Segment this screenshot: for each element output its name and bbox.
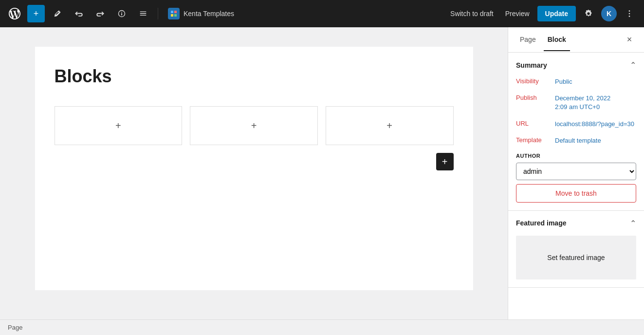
bottom-bar: Page <box>0 319 644 335</box>
block-plus-icon-3: + <box>386 120 392 131</box>
kenta-icon <box>168 8 180 19</box>
redo-icon <box>96 9 105 18</box>
more-options-button[interactable] <box>621 5 638 22</box>
bottom-bar-label: Page <box>8 324 22 331</box>
visibility-value[interactable]: Public <box>555 77 572 86</box>
svg-point-6 <box>629 13 630 15</box>
template-row: Template Default template <box>516 136 636 145</box>
summary-title: Summary <box>516 61 630 69</box>
featured-image-section-header[interactable]: Featured image ⌃ <box>508 211 644 236</box>
canvas-area: Blocks + + + + <box>0 27 508 319</box>
set-featured-image-label: Set featured image <box>547 254 605 261</box>
publish-value[interactable]: December 10, 2022 2:09 am UTC+0 <box>555 94 610 112</box>
wp-logo-icon <box>9 8 20 19</box>
topbar-divider <box>158 8 158 19</box>
tab-page[interactable]: Page <box>516 29 540 51</box>
undo-button[interactable] <box>70 5 88 22</box>
featured-image-title: Featured image <box>516 219 630 227</box>
svg-rect-2 <box>174 11 177 13</box>
svg-point-7 <box>629 16 630 17</box>
featured-image-chevron-icon: ⌃ <box>630 219 636 228</box>
featured-image-section: Featured image ⌃ Set featured image <box>508 211 644 288</box>
template-value[interactable]: Default template <box>555 136 601 145</box>
wp-logo[interactable] <box>6 5 23 22</box>
list-view-icon <box>139 9 147 18</box>
list-view-button[interactable] <box>134 5 152 22</box>
summary-chevron-icon: ⌃ <box>630 60 636 70</box>
edit-button[interactable] <box>49 5 66 22</box>
page-title: Blocks <box>55 66 454 87</box>
author-select[interactable]: admin <box>516 163 636 180</box>
summary-section-header[interactable]: Summary ⌃ <box>508 53 644 77</box>
user-avatar[interactable]: K <box>601 6 617 21</box>
summary-section: Summary ⌃ Visibility Public Publish Dece… <box>508 53 644 211</box>
summary-rows: Visibility Public Publish December 10, 2… <box>508 77 644 153</box>
add-block-topbar-button[interactable]: + <box>27 5 45 22</box>
sidebar: Page Block × Summary ⌃ Visibility Public… <box>508 27 644 319</box>
topbar-right-actions: Switch to draft Preview Update K <box>446 5 638 22</box>
main-layout: Blocks + + + + Page Block × <box>0 27 644 319</box>
settings-button[interactable] <box>580 5 597 22</box>
plugin-button[interactable]: Kenta Templates <box>164 5 238 22</box>
topbar: + Kenta Templates Switch to draft Previe… <box>0 0 644 27</box>
svg-rect-1 <box>171 11 173 13</box>
sidebar-body: Summary ⌃ Visibility Public Publish Dece… <box>508 53 644 319</box>
undo-icon <box>74 9 83 18</box>
svg-point-5 <box>629 10 630 12</box>
info-button[interactable] <box>113 5 130 22</box>
sidebar-close-button[interactable]: × <box>623 33 636 47</box>
url-row: URL localhost:8888/?page_id=30 <box>516 120 636 129</box>
block-placeholder-3[interactable]: + <box>326 106 454 145</box>
publish-row: Publish December 10, 2022 2:09 am UTC+0 <box>516 94 636 112</box>
redo-button[interactable] <box>92 5 109 22</box>
preview-button[interactable]: Preview <box>501 7 534 20</box>
block-plus-icon-2: + <box>251 120 257 131</box>
switch-to-draft-button[interactable]: Switch to draft <box>446 7 497 20</box>
visibility-row: Visibility Public <box>516 77 636 86</box>
plugin-name-label: Kenta Templates <box>184 10 234 18</box>
set-featured-image-button[interactable]: Set featured image <box>516 236 636 279</box>
tab-block[interactable]: Block <box>544 29 570 51</box>
publish-label: Publish <box>516 94 551 101</box>
featured-image-body: Set featured image <box>508 236 644 287</box>
svg-rect-0 <box>168 8 180 19</box>
url-label: URL <box>516 120 551 127</box>
update-button[interactable]: Update <box>537 6 576 21</box>
author-label: AUTHOR <box>516 153 636 159</box>
add-block-canvas-button[interactable]: + <box>436 153 454 170</box>
more-options-icon <box>625 9 634 18</box>
move-to-trash-button[interactable]: Move to trash <box>516 184 636 203</box>
gear-icon <box>584 9 593 18</box>
svg-rect-4 <box>174 14 177 17</box>
block-placeholder-2[interactable]: + <box>190 106 318 145</box>
sidebar-header: Page Block × <box>508 27 644 53</box>
author-section: AUTHOR admin Move to trash <box>508 153 644 210</box>
canvas-content: Blocks + + + + <box>35 47 473 290</box>
edit-icon <box>53 9 62 18</box>
blocks-row: + + + <box>55 106 454 145</box>
svg-rect-3 <box>171 14 173 17</box>
block-placeholder-1[interactable]: + <box>55 106 183 145</box>
url-value[interactable]: localhost:8888/?page_id=30 <box>555 120 634 129</box>
visibility-label: Visibility <box>516 77 551 85</box>
info-icon <box>117 9 126 18</box>
block-plus-icon-1: + <box>115 120 121 131</box>
template-label: Template <box>516 136 551 144</box>
